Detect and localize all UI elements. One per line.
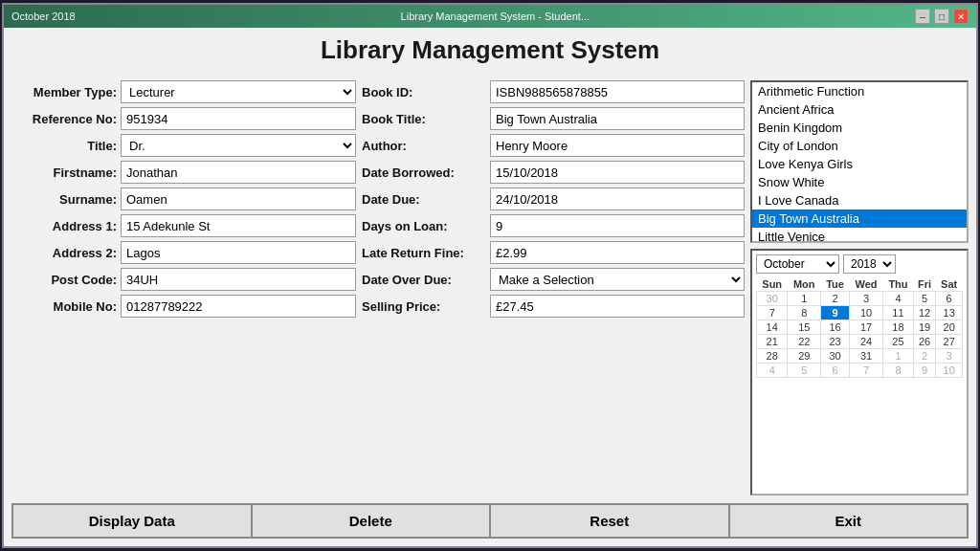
calendar-day-cell[interactable]: 1 [883,349,914,364]
title-row: Title: Dr. Mr. Mrs. Ms. Prof. [11,134,356,157]
calendar-day-cell[interactable]: 3 [849,292,882,306]
calendar-day-cell[interactable]: 15 [788,320,821,335]
calendar-day-cell[interactable]: 7 [849,364,882,378]
book-id-input[interactable] [490,80,745,103]
date-overdue-row: Date Over Due: Make a Selection 15/10/20… [362,268,745,291]
calendar-day-cell[interactable]: 6 [821,364,850,378]
calendar-day-cell[interactable]: 13 [936,306,963,320]
ref-no-label: Reference No: [11,112,117,126]
author-label: Author: [362,139,486,153]
calendar-day-cell[interactable]: 30 [821,349,850,364]
calendar-day-cell[interactable]: 9 [821,306,850,320]
calendar-day-cell[interactable]: 2 [913,349,936,364]
title-bar-left: October 2018 [11,11,76,22]
calendar-day-cell[interactable]: 28 [757,349,788,364]
calendar-day-cell[interactable]: 17 [849,320,882,335]
book-title-input[interactable] [490,107,745,130]
date-due-row: Date Due: [362,187,745,210]
calendar-day-cell[interactable]: 5 [913,292,936,306]
calendar-day-cell[interactable]: 12 [913,306,936,320]
postcode-input[interactable] [121,268,356,291]
surname-input[interactable] [121,187,356,210]
maximize-button[interactable]: □ [934,9,949,24]
date-overdue-label: Date Over Due: [362,273,486,287]
calendar-header: JanuaryFebruaryMarchAprilMayJuneJulyAugu… [756,254,963,274]
ref-no-input[interactable] [121,107,356,130]
calendar-day-cell[interactable]: 16 [821,320,850,335]
book-list-item[interactable]: Little Venice [752,228,967,243]
calendar-day-cell[interactable]: 8 [883,364,914,378]
member-type-row: Member Type: Lecturer Student Staff [11,80,356,103]
calendar-day-cell[interactable]: 19 [913,320,936,335]
close-button[interactable]: ✕ [953,9,969,24]
calendar-day-cell[interactable]: 14 [757,320,788,335]
address2-input[interactable] [121,241,356,264]
book-list-item[interactable]: Benin Kingdom [752,119,967,137]
date-due-input[interactable] [490,187,745,210]
reset-button[interactable]: Reset [491,505,730,537]
calendar-day-cell[interactable]: 30 [757,292,788,306]
late-return-fine-input[interactable] [490,241,745,264]
calendar-day-cell[interactable]: 3 [936,349,963,364]
book-list-item[interactable]: Big Town Australia [752,209,967,228]
calendar-day-cell[interactable]: 27 [936,335,963,349]
calendar-day-cell[interactable]: 10 [849,306,882,320]
exit-button[interactable]: Exit [730,505,968,537]
postcode-label: Post Code: [11,273,117,287]
minimize-button[interactable]: – [915,9,930,24]
surname-label: Surname: [11,192,117,207]
date-borrowed-label: Date Borrowed: [362,165,486,180]
calendar-day-cell[interactable]: 20 [936,320,963,335]
book-list-item[interactable]: Love Kenya Girls [752,155,967,173]
title-label: Title: [11,139,117,153]
calendar-day-cell[interactable]: 7 [757,306,788,320]
calendar-day-cell[interactable]: 1 [788,292,821,306]
calendar-day-cell[interactable]: 26 [913,335,936,349]
calendar-day-cell[interactable]: 21 [757,335,788,349]
calendar-year-select[interactable]: 2018 [843,254,896,274]
calendar-day-header: Thu [883,277,914,292]
book-list-item[interactable]: Ancient Africa [752,100,967,119]
calendar-day-cell[interactable]: 23 [821,335,850,349]
postcode-row: Post Code: [11,268,356,291]
days-on-loan-input[interactable] [490,214,745,237]
calendar-day-cell[interactable]: 31 [849,349,882,364]
calendar-month-select[interactable]: JanuaryFebruaryMarchAprilMayJuneJulyAugu… [756,254,839,274]
firstname-row: Firstname: [11,161,356,184]
calendar-day-cell[interactable]: 4 [883,292,914,306]
book-list-item[interactable]: Arithmetic Function [752,82,967,100]
calendar-day-cell[interactable]: 2 [821,292,850,306]
date-borrowed-input[interactable] [490,161,745,184]
calendar-day-cell[interactable]: 5 [788,364,821,378]
calendar-day-cell[interactable]: 22 [788,335,821,349]
member-type-select[interactable]: Lecturer Student Staff [121,80,356,103]
book-list-item[interactable]: I Love Canada [752,191,967,209]
address1-input[interactable] [121,214,356,237]
book-list[interactable]: Arithmetic FunctionAncient AfricaBenin K… [750,80,969,243]
title-select[interactable]: Dr. Mr. Mrs. Ms. Prof. [121,134,356,157]
mobile-input[interactable] [121,295,356,318]
calendar-day-cell[interactable]: 10 [936,364,963,378]
date-overdue-select[interactable]: Make a Selection 15/10/2018 20/10/2018 2… [490,268,745,291]
calendar-day-cell[interactable]: 11 [883,306,914,320]
author-input[interactable] [490,134,745,157]
calendar-day-cell[interactable]: 25 [883,335,914,349]
calendar-day-cell[interactable]: 8 [788,306,821,320]
address2-label: Address 2: [11,246,117,260]
delete-button[interactable]: Delete [253,505,492,537]
author-row: Author: [362,134,745,157]
address1-label: Address 1: [11,219,117,233]
selling-price-input[interactable] [490,295,745,318]
calendar-day-cell[interactable]: 4 [757,364,788,378]
display-data-button[interactable]: Display Data [13,505,253,537]
calendar-day-cell[interactable]: 6 [936,292,963,306]
book-list-item[interactable]: City of London [752,137,967,155]
calendar-day-cell[interactable]: 24 [849,335,882,349]
bottom-buttons: Display Data Delete Reset Exit [11,503,969,539]
calendar-day-cell[interactable]: 29 [788,349,821,364]
calendar-day-cell[interactable]: 18 [883,320,914,335]
left-column: Member Type: Lecturer Student Staff Refe… [11,80,356,496]
calendar-day-cell[interactable]: 9 [913,364,936,378]
firstname-input[interactable] [121,161,356,184]
book-list-item[interactable]: Snow White [752,173,967,191]
